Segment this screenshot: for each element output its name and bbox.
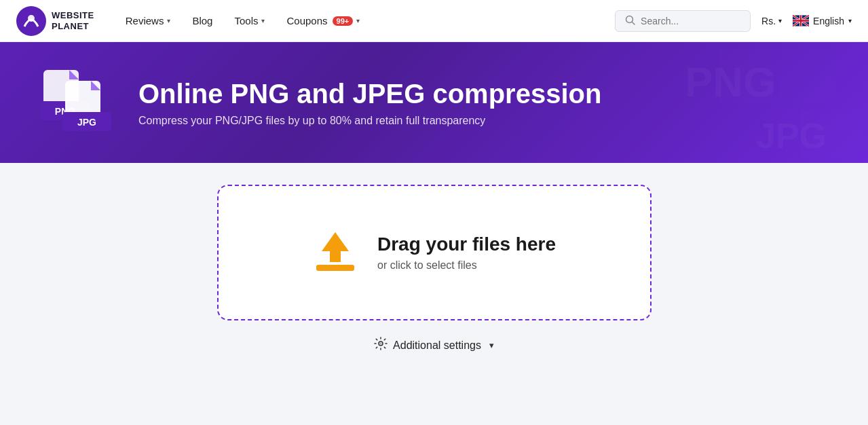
flag-icon: [793, 15, 809, 26]
navbar: WEBSITE PLANET Reviews ▾ Blog Tools ▾ Co…: [0, 0, 868, 42]
language-chevron-icon: ▾: [848, 17, 852, 24]
coupons-badge: 99+: [333, 16, 354, 26]
search-bar[interactable]: [615, 10, 751, 32]
logo-icon: [16, 6, 46, 36]
settings-chevron-icon: ▾: [489, 340, 494, 350]
language-selector[interactable]: English ▾: [793, 15, 852, 26]
nav-tools[interactable]: Tools ▾: [225, 10, 274, 32]
hero-file-icons: PNG JPG: [41, 69, 122, 136]
svg-text:PNG: PNG: [685, 58, 776, 103]
nav-right: Rs. ▾ English ▾: [615, 10, 852, 32]
nav-reviews[interactable]: Reviews ▾: [116, 10, 181, 32]
bg-png-label: PNG: [678, 56, 780, 103]
jpg-file-icon: JPG: [62, 79, 111, 138]
nav-links: Reviews ▾ Blog Tools ▾ Coupons 99+ ▾: [116, 10, 615, 32]
reviews-chevron-icon: ▾: [167, 17, 170, 24]
hero-left: PNG JPG Online PNG and JPEG compression …: [41, 69, 601, 136]
drop-icon: [312, 227, 358, 278]
currency-selector[interactable]: Rs. ▾: [761, 16, 782, 26]
settings-icon: [374, 337, 388, 354]
drop-sub-text: or click to select files: [377, 259, 556, 272]
svg-point-1: [28, 15, 35, 22]
tools-chevron-icon: ▾: [261, 17, 265, 24]
hero-banner: PNG JPG Online PNG and JPEG compression …: [0, 42, 868, 163]
coupons-chevron-icon: ▾: [356, 17, 360, 24]
logo[interactable]: WEBSITE PLANET: [16, 6, 94, 36]
hero-bg-decoration: PNG JPG: [692, 42, 868, 163]
svg-marker-16: [322, 232, 349, 262]
hero-subtitle: Compress your PNG/JPG files by up to 80%…: [138, 115, 601, 127]
svg-rect-14: [800, 110, 861, 156]
nav-blog[interactable]: Blog: [183, 10, 222, 32]
currency-chevron-icon: ▾: [778, 17, 782, 24]
language-label: English: [813, 16, 844, 26]
logo-text: WEBSITE PLANET: [52, 10, 94, 31]
drop-text-group: Drag your files here or click to select …: [377, 234, 556, 272]
svg-text:JPG: JPG: [756, 116, 827, 153]
additional-settings-label: Additional settings: [393, 339, 481, 352]
svg-point-19: [380, 343, 382, 345]
svg-rect-17: [316, 265, 354, 271]
svg-line-3: [633, 22, 635, 24]
search-icon: [625, 15, 635, 27]
nav-coupons[interactable]: Coupons 99+ ▾: [277, 10, 369, 32]
drop-main-text: Drag your files here: [377, 234, 556, 255]
svg-rect-12: [719, 49, 773, 103]
svg-rect-13: [780, 49, 834, 103]
bg-jpg-label: JPG: [753, 113, 841, 153]
hero-title: Online PNG and JPEG compression: [138, 78, 601, 109]
svg-text:JPG: JPG: [77, 117, 96, 128]
drop-zone[interactable]: Drag your files here or click to select …: [217, 185, 652, 320]
additional-settings-toggle[interactable]: Additional settings ▾: [374, 337, 494, 354]
search-input[interactable]: [641, 16, 740, 26]
bg-grid-decoration: [712, 42, 868, 163]
hero-content: Online PNG and JPEG compression Compress…: [138, 78, 601, 127]
main-content: Drag your files here or click to select …: [0, 163, 868, 375]
